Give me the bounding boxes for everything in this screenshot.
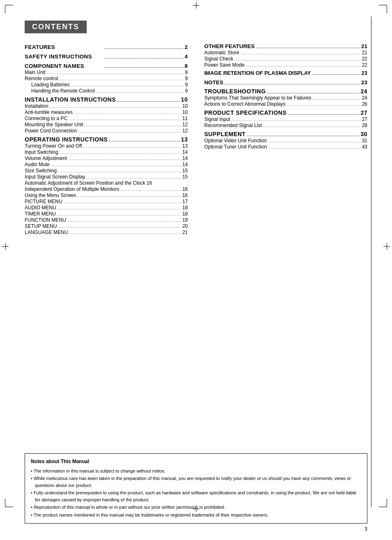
toc-features: FEATURES 2 xyxy=(25,44,188,50)
toc-operating-title: OPERATING INSTRUCTIONS xyxy=(25,136,108,143)
toc-timer-dots xyxy=(57,215,181,216)
toc-specs-title: PRODUCT SPECIFICATIONS xyxy=(204,109,287,116)
toc-supp-title: SUPPLEMENT xyxy=(204,131,246,137)
toc-component-dots xyxy=(105,67,184,68)
toc-image-retention: IMAGE RETENTION OF PLASMA DISPLAY 23 xyxy=(204,70,367,77)
toc-remote-dots xyxy=(59,80,184,80)
toc-audio-mute: Audio Mute 14 xyxy=(25,162,188,167)
toc-psave-dots xyxy=(246,66,361,67)
toc-menu-title: Using the Menu Screen xyxy=(25,192,76,198)
toc-optional-video: Optional Video Unit Function 31 xyxy=(204,138,367,144)
toc-component-title: COMPONENT NAMES xyxy=(25,63,104,69)
note-item-3: Fully understand the prerequisites to us… xyxy=(31,489,361,503)
toc-volume-page: 14 xyxy=(182,155,188,161)
toc-setup-page: 20 xyxy=(182,223,188,229)
note-item-1: The information in this manual is subjec… xyxy=(31,468,361,475)
toc-remote-page: 9 xyxy=(185,76,188,81)
toc-auto-store-page: 21 xyxy=(362,50,367,56)
toc-func-dots xyxy=(67,221,181,222)
toc-auto-adjust: Automatic Adjustment of Screen Position … xyxy=(25,180,188,186)
toc-anti-dots xyxy=(74,114,181,114)
toc-installation-entry: Installation 10 xyxy=(25,103,188,109)
toc-right: OTHER FEATURES 21 Automatic Store 21 Sig… xyxy=(204,41,367,236)
toc-notes-title: NOTES xyxy=(204,79,224,86)
toc-audio-menu-dots xyxy=(58,209,181,209)
toc-safety: SAFETY INSTRUCTIONS 4 xyxy=(25,53,188,60)
toc-size-dots xyxy=(58,172,181,172)
toc-handling-title: Handling the Remote Control xyxy=(31,88,95,94)
toc-power-cord-dots xyxy=(78,132,181,132)
toc-language-menu: LANGUAGE MENU 21 xyxy=(25,229,188,235)
toc-actions-title: Actions to Correct Abnormal Displays xyxy=(204,101,286,107)
toc-audio-mute-page: 14 xyxy=(182,162,188,167)
toc-features-page: 2 xyxy=(184,44,188,50)
toc-anti-page: 10 xyxy=(182,109,188,115)
toc-setup-dots xyxy=(58,227,181,228)
toc-notes-page: 23 xyxy=(361,79,367,86)
toc-inst-entry-page: 10 xyxy=(182,103,188,109)
toc-supplement: SUPPLEMENT 30 xyxy=(204,131,367,137)
toc-menu-screen: Using the Menu Screen 16 xyxy=(25,192,188,198)
toc-func-title: FUNCTION MENU xyxy=(25,217,66,223)
toc-turning-power: Turning Power On and Off 13 xyxy=(25,143,188,149)
toc-pc-title: Connecting to a PC xyxy=(25,116,67,121)
toc-pc-dots xyxy=(69,120,181,120)
toc-component: COMPONENT NAMES 8 xyxy=(25,63,188,69)
toc-input-sig-title: Input Signal Screen Display xyxy=(25,174,85,180)
note-item-2: While meticulous care has been taken in … xyxy=(31,475,361,489)
toc-lang-page: 21 xyxy=(182,229,188,235)
toc-size-title: Size Switching xyxy=(25,168,57,174)
toc-opt-tun-page: 43 xyxy=(362,144,367,150)
toc-setup-title: SETUP MENU xyxy=(25,223,57,229)
toc-notes: NOTES 23 xyxy=(204,79,367,86)
toc-pic-title: PICTURE MENU xyxy=(25,199,62,204)
toc-speaker-unit: Mounting the Speaker Unit 12 xyxy=(25,122,188,127)
toc-handling-dots xyxy=(96,92,184,93)
toc-volume: Volume Adjustment 14 xyxy=(25,155,188,161)
contents-heading: CONTENTS xyxy=(25,21,87,33)
toc-columns: FEATURES 2 SAFETY INSTRUCTIONS 4 COMPONE… xyxy=(25,41,367,236)
toc-operating-page: 13 xyxy=(181,136,188,143)
toc-input-sig-page: 15 xyxy=(182,174,188,180)
toc-installation-dots xyxy=(117,101,180,102)
toc-sig-input-dots xyxy=(231,121,360,121)
toc-input-sw-title: Input Switching xyxy=(25,149,58,155)
right-border-line xyxy=(371,16,372,507)
toc-main-unit: Main Unit 8 xyxy=(25,70,188,75)
toc-timer-page: 18 xyxy=(182,211,188,217)
toc-left: FEATURES 2 SAFETY INSTRUCTIONS 4 COMPONE… xyxy=(25,41,188,236)
toc-opt-vid-dots xyxy=(268,142,361,142)
toc-auto-store-dots xyxy=(240,54,360,54)
toc-loading-dots xyxy=(71,86,184,86)
toc-sig-check-page: 22 xyxy=(362,56,367,62)
toc-product-specs: PRODUCT SPECIFICATIONS 27 xyxy=(204,109,367,116)
notes-box: Notes about This Manual The information … xyxy=(25,453,367,524)
toc-turning-page: 13 xyxy=(182,143,188,149)
toc-pic-dots xyxy=(63,203,181,203)
toc-inst-entry-title: Installation xyxy=(25,103,48,109)
toc-rec-sig-page: 28 xyxy=(362,123,367,128)
toc-auto-store: Automatic Store 21 xyxy=(204,50,367,56)
toc-opt-vid-page: 31 xyxy=(362,138,367,144)
crosshair-left xyxy=(2,243,9,250)
toc-speaker-page: 12 xyxy=(182,122,188,127)
toc-operating-dots xyxy=(109,141,180,141)
toc-loading-batteries: Loading Batteries 9 xyxy=(25,82,188,88)
toc-connecting-pc: Connecting to a PC 11 xyxy=(25,116,188,121)
toc-turning-dots xyxy=(83,147,181,148)
toc-sig-input-title: Signal Input xyxy=(204,116,230,122)
toc-timer-menu: TIMER MENU 18 xyxy=(25,211,188,217)
notes-list: The information in this manual is subjec… xyxy=(31,468,361,519)
toc-anti-title: Anti-tumble measures xyxy=(25,109,73,115)
toc-actions: Actions to Correct Abnormal Displays 26 xyxy=(204,101,367,107)
toc-handling-page: 9 xyxy=(185,88,188,94)
toc-auto-page: 16 xyxy=(147,180,152,186)
toc-rec-sig-dots xyxy=(263,127,361,127)
toc-speaker-dots xyxy=(84,126,181,126)
page-number: 3 xyxy=(364,526,367,532)
toc-notes-dots xyxy=(225,84,360,84)
toc-signal-input: Signal Input 27 xyxy=(204,116,367,122)
toc-auto-store-title: Automatic Store xyxy=(204,50,239,56)
toc-opt-tun-title: Optional Tuner Unit Function xyxy=(204,144,267,150)
toc-imgret-dots xyxy=(312,74,360,75)
